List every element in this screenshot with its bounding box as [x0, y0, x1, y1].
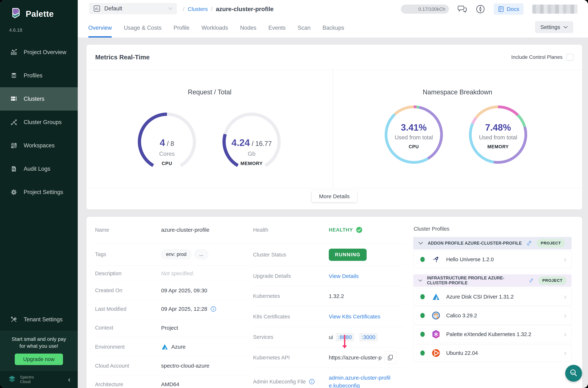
info-icon[interactable]: [210, 306, 216, 312]
search-fab-button[interactable]: [565, 365, 582, 382]
settings-button[interactable]: Settings: [535, 21, 573, 33]
link-icon[interactable]: [526, 241, 532, 246]
detail-label: Health: [253, 227, 329, 233]
detail-label: Name: [95, 227, 161, 233]
cloud-account-value: spectro-cloud-azure: [161, 363, 209, 369]
breadcrumb: / Clusters / azure-cluster-profile: [183, 0, 274, 18]
cpu-gauge: 4 / 8 Cores CPU: [138, 113, 196, 171]
tag-more[interactable]: ...: [194, 250, 208, 259]
annotation-arrow: [342, 335, 347, 349]
compass-icon[interactable]: [476, 4, 485, 14]
page-title: azure-cluster-profile: [216, 6, 274, 13]
details-left-column: Name azure-cluster-profile Tags env: pro…: [95, 217, 251, 388]
infrastructure-profile-group-header[interactable]: INFRASTRUCTURE PROFILE AZURE-CLUSTER-PRO…: [413, 274, 572, 287]
sidebar-item-label: Workspaces: [24, 142, 55, 149]
view-details-link[interactable]: View Details: [329, 273, 359, 279]
palette-app: Palette 4.6.18 Project Overview Profiles: [0, 0, 588, 388]
project-overview-icon: [10, 49, 18, 56]
detail-label: Environment: [95, 344, 161, 350]
tab-label: Profile: [174, 24, 189, 31]
check-circle-icon: [356, 227, 362, 233]
cluster-details-card: Name azure-cluster-profile Tags env: pro…: [87, 217, 582, 388]
memory-gauge-unit: Gb: [223, 150, 281, 157]
chevron-down-icon: [418, 279, 422, 282]
profile-item-ubuntu[interactable]: Ubuntu 22.04 ›: [413, 344, 572, 362]
chat-icon[interactable]: [458, 4, 467, 14]
tab-usage-costs[interactable]: Usage & Costs: [124, 18, 161, 38]
sidebar-collapse-chevron[interactable]: ‹: [68, 375, 70, 384]
chevron-down-icon: [418, 242, 423, 245]
detail-label: Cloud Account: [95, 363, 161, 369]
view-k8s-certificates-link[interactable]: View K8s Certificates: [329, 314, 380, 320]
kubeconfig-label-text: Admin Kubeconfig File: [253, 379, 306, 385]
sidebar-item-workspaces[interactable]: Workspaces: [0, 134, 78, 157]
tab-nodes[interactable]: Nodes: [240, 18, 256, 38]
kubernetes-version-value: 1.32.2: [329, 293, 344, 299]
settings-label: Settings: [541, 24, 560, 30]
pxk-icon: [431, 330, 441, 339]
sidebar-item-label: Clusters: [24, 96, 45, 102]
profile-item-hello-universe[interactable]: Hello Universe 1.2.0 ›: [413, 251, 572, 268]
docs-button[interactable]: Docs: [494, 3, 523, 15]
sidebar-item-project-overview[interactable]: Project Overview: [0, 41, 78, 64]
detail-label: Kubernetes API: [253, 355, 329, 361]
description-value: Not specified.: [161, 270, 194, 276]
addon-profile-group-header[interactable]: ADDON PROFILE AZURE-CLUSTER-PROFILE PROJ…: [413, 237, 572, 249]
chevron-right-icon: ›: [564, 312, 566, 319]
chevron-down-icon: [564, 26, 568, 29]
detail-label: K8s Certificates: [253, 314, 329, 320]
tab-label: Usage & Costs: [124, 24, 161, 31]
link-icon[interactable]: [529, 278, 534, 283]
chevron-right-icon: ›: [564, 293, 566, 301]
detail-label: Description: [95, 270, 161, 276]
cluster-profiles-panel: Cluster Profiles ADDON PROFILE AZURE-CLU…: [413, 217, 572, 362]
sidebar-item-label: Profiles: [24, 72, 43, 79]
sidebar-item-audit-logs[interactable]: Audit Logs: [0, 157, 78, 181]
detail-label: Admin Kubeconfig File: [253, 379, 329, 385]
tab-label: Backups: [323, 24, 344, 31]
tab-overview[interactable]: Overview: [88, 18, 112, 38]
tag-env-prod: env: prod: [161, 250, 192, 259]
sidebar-item-profiles[interactable]: Profiles: [0, 64, 78, 87]
tab-backups[interactable]: Backups: [323, 18, 344, 38]
group-name: INFRASTRUCTURE PROFILE AZURE-CLUSTER-PRO…: [427, 276, 524, 286]
sidebar-item-project-settings[interactable]: Project Settings: [0, 181, 78, 204]
status-dot: [420, 257, 425, 262]
tab-workloads[interactable]: Workloads: [202, 18, 228, 38]
info-icon[interactable]: [309, 379, 315, 385]
tab-events[interactable]: Events: [268, 18, 286, 38]
tab-scan[interactable]: Scan: [298, 18, 311, 38]
breadcrumb-link-clusters[interactable]: Clusters: [188, 6, 208, 12]
cluster-name-value: azure-cluster-profile: [161, 227, 209, 233]
sidebar-item-cluster-groups[interactable]: Cluster Groups: [0, 111, 78, 134]
breadcrumb-separator: /: [211, 6, 212, 12]
detail-label: Context: [95, 325, 161, 331]
sidebar-item-clusters[interactable]: Clusters: [0, 87, 78, 111]
upsell-line1: Start small and only pay: [0, 336, 78, 343]
upgrade-now-button[interactable]: Upgrade now: [15, 354, 63, 365]
profile-item-azure-disk-csi[interactable]: Azure Disk CSI Driver 1.31.2 ›: [413, 288, 572, 306]
app-name: Palette: [26, 9, 54, 19]
audit-logs-icon: [10, 165, 18, 172]
project-selector[interactable]: Default: [89, 3, 177, 14]
more-details-button[interactable]: More Details: [312, 191, 357, 202]
status-dot: [420, 350, 425, 356]
top-bar: Default / Clusters / azure-cluster-profi…: [78, 0, 588, 18]
palette-logo-icon: [10, 7, 22, 21]
user-name-redacted[interactable]: [532, 4, 577, 14]
brand-line2: Cloud: [20, 379, 34, 384]
usage-quota-pill[interactable]: 0.17/100kCh: [401, 4, 449, 14]
ubuntu-icon: [431, 348, 441, 358]
admin-kubeconfig-link[interactable]: admin.azure-cluster-profile.kubeconfig: [329, 374, 391, 388]
palette-logo: Palette: [10, 7, 54, 21]
copy-button[interactable]: [384, 351, 396, 364]
sidebar-item-tenant-settings[interactable]: Tenant Settings: [0, 308, 78, 331]
sidebar-item-label: Cluster Groups: [24, 119, 62, 125]
service-port-3000-link[interactable]: :3000: [359, 333, 377, 341]
environment-value: Azure: [171, 344, 185, 350]
include-control-planes-checkbox[interactable]: [566, 54, 573, 61]
profile-item-calico[interactable]: Calico 3.29.2 ›: [413, 307, 572, 324]
tab-profile[interactable]: Profile: [174, 18, 189, 38]
detail-label: Last Modified: [95, 306, 161, 312]
profile-item-palette-extended-k8s[interactable]: Palette eXtended Kubernetes 1.32.2 ›: [413, 326, 572, 343]
